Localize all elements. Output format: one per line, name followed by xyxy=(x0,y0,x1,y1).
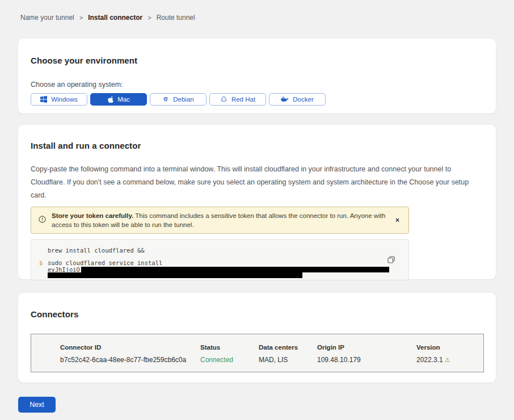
command-token-line: eyJhIjoiO xyxy=(31,266,408,272)
close-icon[interactable]: × xyxy=(393,215,402,225)
breadcrumb-separator-icon: > xyxy=(148,14,151,21)
os-button-label: Mac xyxy=(117,96,130,103)
os-button-debian[interactable]: Debian xyxy=(150,93,207,106)
command-line-2: $ sudo cloudflared service install xyxy=(31,259,408,266)
docker-icon xyxy=(281,96,289,103)
command-line-1: brew install cloudflared && xyxy=(31,247,408,254)
os-button-redhat[interactable]: Red Hat xyxy=(209,93,266,106)
next-button[interactable]: Next xyxy=(18,397,56,413)
tunnel-setup-page: Name your tunnel > Install connector > R… xyxy=(0,0,514,413)
col-data-centers: Data centers xyxy=(259,344,317,351)
col-connector-id: Connector ID xyxy=(60,344,200,351)
command-line-2-text: sudo cloudflared service install xyxy=(48,259,162,266)
os-button-group: Windows Mac Debian Red Hat xyxy=(31,93,483,106)
token-visible-text: eyJhIjoiO xyxy=(48,266,80,273)
windows-icon xyxy=(40,96,47,103)
connectors-table-header: Connector ID Status Data centers Origin … xyxy=(60,344,483,351)
connector-data-centers-value: MAD, LIS xyxy=(259,356,317,364)
connector-status-value: Connected xyxy=(200,356,259,364)
alert-circle-icon xyxy=(39,215,46,225)
col-status: Status xyxy=(200,344,259,351)
os-button-windows[interactable]: Windows xyxy=(31,93,87,106)
token-warning-text: Store your token carefully. This command… xyxy=(52,211,387,229)
breadcrumb: Name your tunnel > Install connector > R… xyxy=(18,14,496,22)
token-warning-bold: Store your token carefully. xyxy=(52,212,133,219)
connector-id-value: b7c52c42-6caa-48ee-8c77-fbe259cb6c0a xyxy=(60,356,200,364)
breadcrumb-separator-icon: > xyxy=(79,14,83,21)
os-button-label: Windows xyxy=(51,96,78,103)
install-description: Copy-paste the following command into a … xyxy=(31,163,480,202)
col-version: Version xyxy=(416,344,483,351)
install-command-block: brew install cloudflared && $ sudo cloud… xyxy=(31,239,409,280)
token-warning-banner: Store your token carefully. This command… xyxy=(31,207,409,234)
apple-icon xyxy=(107,96,113,103)
redhat-icon xyxy=(220,96,227,103)
debian-icon xyxy=(162,96,169,103)
col-origin-ip: Origin IP xyxy=(317,344,416,351)
os-button-label: Debian xyxy=(173,96,193,103)
redacted-token-bar xyxy=(81,267,389,272)
breadcrumb-route-tunnel[interactable]: Route tunnel xyxy=(157,14,195,22)
version-warning-icon[interactable]: ⚠ xyxy=(445,356,450,363)
choose-environment-title: Choose your environment xyxy=(31,56,483,65)
os-button-label: Docker xyxy=(293,96,313,103)
install-connector-card: Install and run a connector Copy-paste t… xyxy=(18,125,496,279)
os-select-label: Choose an operating system: xyxy=(31,81,483,89)
connector-version-value: 2022.3.1⚠ xyxy=(416,356,483,364)
os-button-label: Red Hat xyxy=(231,96,255,103)
os-button-docker[interactable]: Docker xyxy=(269,93,326,106)
install-connector-title: Install and run a connector xyxy=(31,141,480,150)
redacted-token-bar xyxy=(48,272,302,278)
version-number: 2022.3.1 xyxy=(416,356,443,364)
connector-origin-ip-value: 109.48.10.179 xyxy=(317,356,416,364)
connectors-title: Connectors xyxy=(31,309,483,319)
shell-prompt: $ xyxy=(39,259,43,266)
breadcrumb-name-your-tunnel[interactable]: Name your tunnel xyxy=(20,14,74,22)
choose-environment-card: Choose your environment Choose an operat… xyxy=(18,39,496,114)
connectors-table: Connector ID Status Data centers Origin … xyxy=(31,334,484,372)
copy-icon[interactable] xyxy=(387,256,395,265)
breadcrumb-install-connector[interactable]: Install connector xyxy=(88,14,142,22)
connector-row: b7c52c42-6caa-48ee-8c77-fbe259cb6c0a Con… xyxy=(60,356,483,364)
connectors-card: Connectors Connector ID Status Data cent… xyxy=(18,293,496,383)
os-button-mac[interactable]: Mac xyxy=(90,93,147,106)
